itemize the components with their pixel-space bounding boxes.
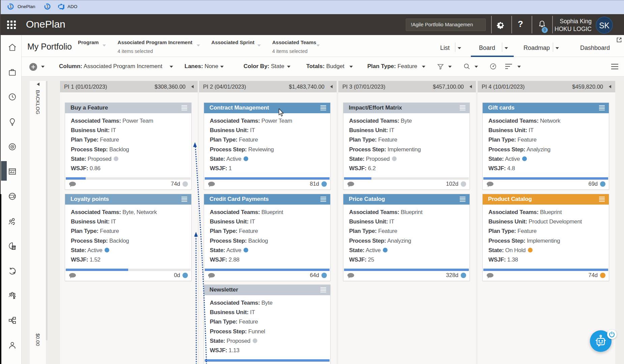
svg-text:1: 1 <box>9 4 12 9</box>
svg-text:1: 1 <box>46 4 49 9</box>
